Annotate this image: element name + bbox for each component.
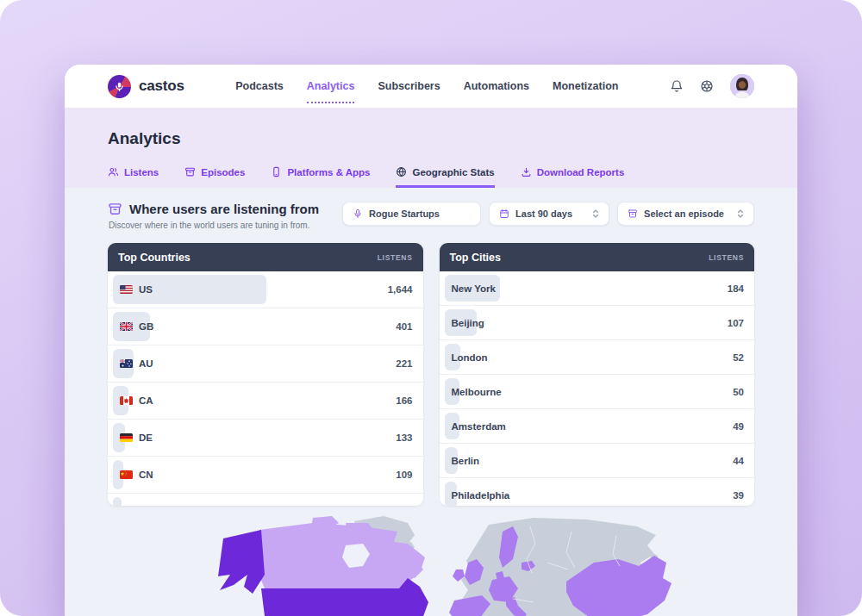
- table-row: London52: [440, 340, 755, 375]
- table-row: Melbourne50: [440, 375, 755, 409]
- castos-logo-icon: [108, 75, 131, 98]
- world-map: [108, 511, 754, 616]
- city-name: Melbourne: [452, 387, 502, 397]
- nav-item-monetization[interactable]: Monetization: [553, 80, 618, 92]
- app-header: castos Podcasts Analytics Subscribers Au…: [65, 65, 797, 108]
- map-region-alaska: [218, 530, 265, 594]
- globe-icon: [396, 166, 407, 177]
- city-name: Beijing: [452, 318, 484, 328]
- top-cities-header: Top Cities LISTENS: [440, 243, 755, 271]
- listens-value: 44: [733, 456, 744, 466]
- episode-select-value: Select an episode: [644, 208, 724, 219]
- city-name: New York: [452, 283, 496, 294]
- nav-item-analytics[interactable]: Analytics: [307, 80, 355, 92]
- table-row-partial: [108, 494, 423, 506]
- listens-value: 49: [733, 421, 744, 432]
- top-cities-table[interactable]: Top Cities LISTENS New York184Beijing107…: [440, 243, 755, 506]
- city-name: Berlin: [452, 456, 480, 466]
- episode-select[interactable]: Select an episode: [617, 202, 754, 226]
- settings-icon[interactable]: [700, 79, 714, 93]
- table-row: Philadelphia39: [440, 478, 755, 506]
- table-row: Beijing107: [440, 306, 755, 340]
- top-countries-header: Top Countries LISTENS: [108, 243, 423, 271]
- tab-download-reports[interactable]: Download Reports: [521, 166, 625, 188]
- listens-value: 166: [396, 395, 412, 406]
- castos-logo[interactable]: castos: [108, 75, 184, 98]
- calendar-icon: [499, 208, 509, 219]
- main-nav: Podcasts Analytics Subscribers Automatio…: [235, 80, 618, 92]
- listens-bar: [113, 497, 122, 506]
- section-subtitle: Discover where in the world users are tu…: [109, 221, 319, 230]
- filter-bar: Rogue Startups Last 90 days: [342, 202, 754, 226]
- country-code: CN: [139, 470, 153, 480]
- user-avatar[interactable]: [730, 74, 754, 98]
- listens-value: 107: [728, 318, 744, 328]
- country-code: CA: [139, 395, 153, 406]
- flag-ca-icon: [120, 396, 133, 405]
- flag-au-icon: [120, 359, 133, 368]
- table-row: Berlin44: [440, 444, 755, 478]
- city-name: London: [452, 352, 488, 363]
- podcast-select-value: Rogue Startups: [369, 208, 471, 219]
- nav-item-podcasts[interactable]: Podcasts: [235, 80, 284, 92]
- listens-column-header: LISTENS: [709, 253, 744, 262]
- microphone-icon: [353, 208, 363, 219]
- country-code: DE: [139, 432, 153, 443]
- people-icon: [108, 166, 119, 177]
- archive-icon: [108, 202, 122, 216]
- archive-icon: [184, 166, 196, 177]
- date-range-select[interactable]: Last 90 days: [489, 202, 609, 226]
- flag-de-icon: [120, 433, 133, 442]
- listens-value: 50: [733, 387, 744, 397]
- listens-value: 52: [733, 352, 744, 363]
- table-title: Top Cities: [450, 252, 502, 264]
- brand-name: castos: [139, 78, 184, 95]
- listens-value: 401: [396, 321, 412, 332]
- chevron-updown-icon: [592, 208, 599, 219]
- flag-gb-icon: [120, 322, 133, 331]
- archive-icon: [628, 208, 638, 219]
- geographic-stats-panel: Where users are listening from Discover …: [65, 188, 797, 616]
- listens-value: 1,644: [388, 284, 413, 295]
- section-title: Where users are listening from: [129, 202, 319, 216]
- analytics-band: Analytics Listens Episodes: [65, 108, 797, 188]
- chevron-updown-icon: [737, 208, 744, 219]
- tab-platforms-apps[interactable]: Platforms & Apps: [271, 166, 370, 188]
- table-row: GB401: [108, 308, 423, 345]
- listens-value: 39: [733, 490, 744, 501]
- table-row: CA166: [108, 383, 423, 420]
- tab-geographic-stats[interactable]: Geographic Stats: [396, 166, 494, 188]
- city-name: Philadelphia: [452, 490, 510, 501]
- date-range-value: Last 90 days: [515, 208, 579, 219]
- table-row: CN109: [108, 457, 423, 494]
- table-row: New York184: [440, 271, 755, 306]
- city-name: Amsterdam: [452, 421, 506, 432]
- page-title: Analytics: [108, 129, 754, 148]
- bell-icon[interactable]: [670, 79, 684, 93]
- table-title: Top Countries: [118, 252, 191, 264]
- page-background: castos Podcasts Analytics Subscribers Au…: [0, 0, 862, 616]
- table-row: US1,644: [108, 271, 423, 308]
- nav-item-automations[interactable]: Automations: [464, 80, 529, 92]
- tab-episodes[interactable]: Episodes: [184, 166, 245, 188]
- table-row: AU221: [108, 345, 423, 383]
- table-row: Amsterdam49: [440, 409, 755, 444]
- country-code: AU: [139, 358, 153, 369]
- analytics-tabs: Listens Episodes Platforms & Apps: [108, 166, 754, 188]
- listens-value: 109: [396, 470, 412, 480]
- section-heading: Where users are listening from Discover …: [108, 202, 319, 230]
- flag-us-icon: [120, 285, 133, 294]
- podcast-select[interactable]: Rogue Startups: [342, 202, 481, 226]
- tab-listens[interactable]: Listens: [108, 166, 159, 188]
- table-row: DE133: [108, 420, 423, 457]
- nav-item-subscribers[interactable]: Subscribers: [378, 80, 440, 92]
- listens-column-header: LISTENS: [378, 253, 413, 262]
- listens-value: 184: [728, 283, 744, 294]
- listens-value: 221: [396, 358, 412, 369]
- top-countries-table[interactable]: Top Countries LISTENS US1,644GB401AU221C…: [108, 243, 423, 506]
- listens-value: 133: [396, 432, 412, 443]
- flag-cn-icon: [120, 470, 133, 479]
- country-code: US: [139, 284, 153, 295]
- download-icon: [521, 166, 532, 177]
- header-actions: [670, 74, 754, 98]
